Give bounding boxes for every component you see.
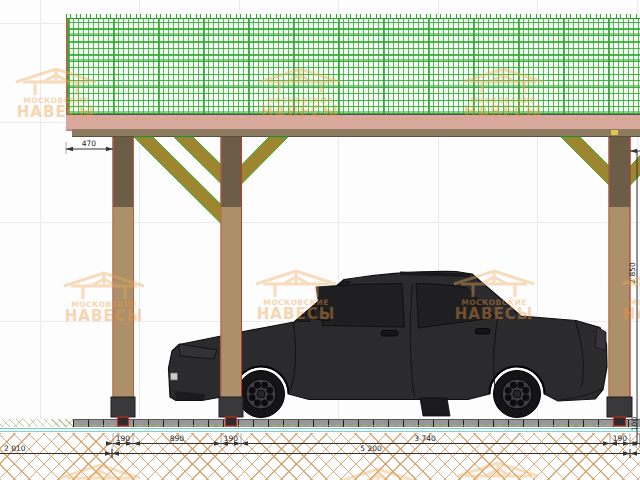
brace-middle-right	[242, 137, 289, 184]
tail-light	[595, 327, 606, 351]
brace-right-right	[631, 137, 640, 185]
dimension-row-2: 2 010 5 200	[0, 444, 640, 459]
dim-470: 470	[82, 139, 97, 148]
dim-100: 100	[630, 417, 639, 432]
post-middle-anchor	[226, 417, 237, 426]
bumper-marker-light	[171, 373, 178, 380]
drawing-overlay: 470 190 890 190 3 740 190 100	[0, 0, 640, 480]
post-left-anchor	[118, 417, 129, 426]
post-middle	[219, 137, 243, 426]
side-mirror	[313, 309, 331, 321]
door-handle-front	[381, 331, 398, 337]
dim-890: 890	[170, 434, 185, 443]
door-handle-rear	[475, 329, 490, 335]
dim-190-middle: 190	[224, 434, 239, 443]
brace-right-left	[561, 137, 609, 185]
dim-5200: 5 200	[360, 444, 382, 453]
post-left	[111, 137, 135, 426]
mud-flap	[420, 398, 450, 416]
dimension-row-1: 190 890 190 3 740 190 100	[106, 417, 640, 446]
post-middle-base	[219, 397, 243, 417]
post-right-base	[607, 397, 632, 417]
post-left-base	[111, 397, 135, 417]
dim-2850: 2 850	[628, 262, 637, 284]
wheel-rear	[490, 367, 545, 418]
diagonal-braces	[134, 137, 640, 224]
dim-3740: 3 740	[414, 434, 436, 443]
dimension-roof-overhang: 470	[66, 139, 113, 151]
dim-190-right: 190	[613, 434, 628, 443]
post-right-anchor	[614, 417, 626, 426]
dim-2010: 2 010	[4, 444, 26, 453]
brace-middle-long-left	[134, 137, 222, 224]
dim-190-left: 190	[116, 434, 131, 443]
beam-marker-yellow	[611, 130, 618, 135]
carport-elevation-drawing: 470 190 890 190 3 740 190 100	[0, 0, 640, 480]
